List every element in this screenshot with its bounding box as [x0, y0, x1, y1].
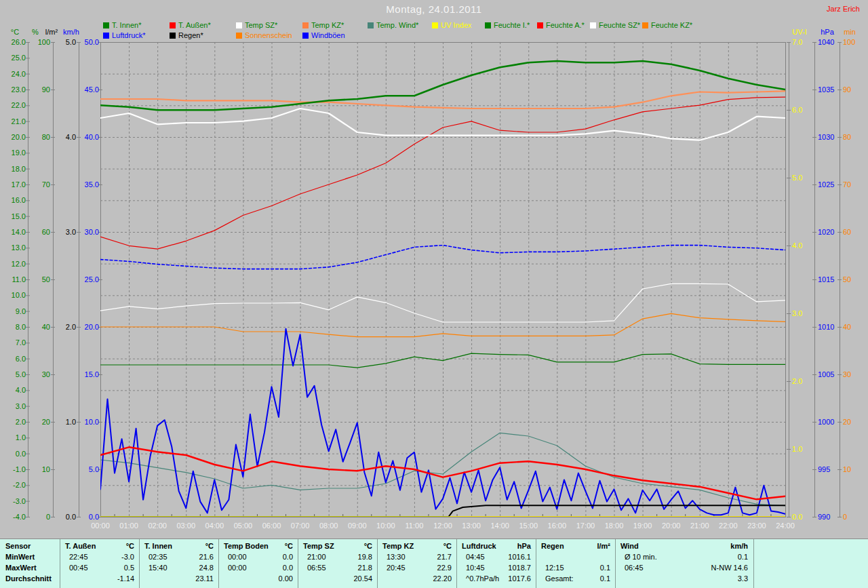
series-feuchte_kz: [100, 313, 785, 336]
time-axis: 00:0001:0002:0003:0004:0005:0006:0007:00…: [91, 522, 795, 530]
axis-l/m²: 5.04.03.02.01.00.0l/m²: [45, 28, 81, 521]
axis-tick-label: 9.0: [16, 307, 26, 315]
axis-tick-label: 1040: [818, 38, 834, 46]
axis-tick-label: 1010: [818, 323, 834, 331]
stat-sensor-unit: km/h: [730, 541, 748, 551]
stat-cell-time: 00:45: [69, 562, 88, 573]
time-tick-label: 22:00: [719, 522, 738, 530]
stat-cell-value: 20.54: [353, 573, 372, 584]
axis-tick-label: 10.0: [85, 418, 99, 426]
stats-row-labels: SensorMinWertMaxWertDurchschnitt: [0, 541, 60, 584]
axis-tick-label: 5.0: [792, 174, 802, 182]
axis-tick-label: 35.0: [85, 180, 99, 189]
time-tick-label: 15:00: [519, 522, 538, 530]
stat-cell-value: 23.11: [195, 573, 214, 584]
stat-cell-time: 00:00: [228, 551, 247, 562]
stats-group-temp-kz: Temp KZ°C13:3021.720:4522.922.20: [377, 539, 457, 588]
axis-tick-label: 80: [42, 133, 50, 141]
axis-tick-label: 20.0: [12, 133, 26, 141]
axis-tick-label: 4.0: [792, 241, 802, 250]
axis-tick-label: 1030: [818, 133, 834, 141]
stat-cell-value: 0.00: [279, 573, 293, 584]
axis-tick-label: 2.0: [66, 323, 76, 331]
axis-tick-label: 24.0: [12, 70, 26, 78]
axis-tick-label: 8.0: [16, 323, 26, 331]
stat-sensor-unit: °C: [364, 541, 372, 551]
axis-tick-label: 60: [42, 228, 50, 236]
axis-tick-label: 5.0: [16, 370, 26, 378]
axis-tick-label: 1.0: [792, 445, 802, 453]
axis-tick-label: 0.0: [792, 513, 802, 521]
stat-sensor-unit: °C: [205, 541, 214, 551]
axis-tick-label: 50: [42, 275, 50, 283]
stats-group-temp-boden: Temp Boden°C00:000.000:000.00.00: [218, 539, 298, 588]
axis-tick-label: 19.0: [12, 149, 26, 157]
axis-tick-label: 2.0: [792, 377, 802, 385]
axis-tick-label: 25.0: [85, 275, 99, 283]
stat-sensor-unit: l/m²: [597, 541, 610, 551]
stat-cell-time: 00:00: [228, 562, 247, 573]
axis-tick-label: 3.0: [792, 309, 802, 317]
stat-cell-value: 22.20: [433, 573, 452, 584]
stat-cell-value: 19.8: [358, 551, 372, 562]
stat-cell-value: 0.1: [738, 551, 748, 562]
time-tick-label: 18:00: [605, 522, 624, 530]
axis-tick-label: 40: [42, 323, 50, 331]
stat-sensor-name: Luftdruck: [462, 541, 496, 551]
axis-tick-label: 25.0: [12, 54, 26, 62]
axis-tick-label: 60: [843, 228, 851, 236]
axis-tick-label: -2.0: [13, 481, 26, 489]
stat-cell-value: 3.3: [738, 573, 748, 584]
stat-cell-time: 13:30: [387, 551, 406, 562]
time-tick-label: 14:00: [490, 522, 509, 530]
stat-cell-time: 22:45: [69, 551, 88, 562]
axis-tick-label: 30: [843, 370, 851, 378]
stat-cell-time: 21:00: [307, 551, 326, 562]
axis-tick-label: 50: [843, 275, 851, 283]
axis-°C: 26.025.024.023.022.021.020.019.018.017.0…: [11, 28, 30, 521]
stat-sensor-name: Wind: [620, 541, 639, 551]
time-tick-label: 13:00: [462, 522, 481, 530]
axis-tick-label: 18.0: [12, 165, 26, 173]
stat-cell-value: 1017.6: [508, 573, 531, 584]
axis-unit-label: UV-I: [792, 28, 806, 36]
axis-tick-label: 1005: [818, 370, 834, 378]
stat-cell-time: 15:40: [149, 562, 167, 573]
stats-row-label: MaxWert: [0, 562, 60, 573]
axis-tick-label: 30: [42, 370, 50, 378]
axis-tick-label: 1035: [818, 85, 834, 94]
axis-tick-label: 10: [843, 465, 851, 473]
time-tick-label: 07:00: [291, 522, 310, 530]
stats-row-label: Sensor: [0, 541, 60, 551]
axis-tick-label: 100: [843, 38, 855, 46]
axis-unit-label: km/h: [63, 28, 79, 36]
time-tick-label: 21:00: [690, 522, 709, 530]
axis-tick-label: 1025: [818, 180, 834, 189]
axis-km/h: 50.045.040.035.030.025.020.015.010.05.00…: [63, 28, 102, 521]
axis-tick-label: 4.0: [16, 386, 26, 394]
axis-tick-label: 6.0: [16, 355, 26, 363]
stat-cell-time: 20:45: [387, 562, 406, 573]
axis-tick-label: 14.0: [12, 228, 26, 236]
axis-tick-label: 50.0: [85, 38, 99, 46]
stats-group-luftdruck: LuftdruckhPa04:451016.110:451018.7^0.7hP…: [456, 539, 536, 588]
stat-cell-time: 06:45: [625, 562, 644, 573]
axis-unit-label: °C: [11, 28, 19, 36]
time-tick-label: 09:00: [348, 522, 367, 530]
chart-plot-area[interactable]: 26.025.024.023.022.021.020.019.018.017.0…: [0, 0, 868, 538]
stat-cell-time: ^0.7hPa/h: [466, 573, 499, 584]
axis-tick-label: 17.0: [12, 180, 26, 189]
stats-group-wind: Windkm/hØ 10 min.0.106:45N-NW 14.63.3: [615, 539, 754, 588]
axis-tick-label: 6.0: [792, 106, 802, 114]
time-tick-label: 16:00: [548, 522, 567, 530]
stat-sensor-name: Regen: [541, 541, 564, 551]
stat-cell-value: 0.0: [283, 551, 293, 562]
stats-group-t-innen: T. Innen°C02:3521.615:4024.823.11: [139, 539, 219, 588]
axis-tick-label: 990: [818, 513, 830, 521]
series-luftdruck: [100, 246, 785, 269]
stat-sensor-unit: hPa: [517, 541, 531, 551]
axis-unit-label: %: [32, 28, 39, 36]
axis-tick-label: 23.0: [12, 85, 26, 94]
axis-tick-label: 4.0: [66, 133, 76, 141]
axis-tick-label: 2.0: [16, 418, 26, 426]
